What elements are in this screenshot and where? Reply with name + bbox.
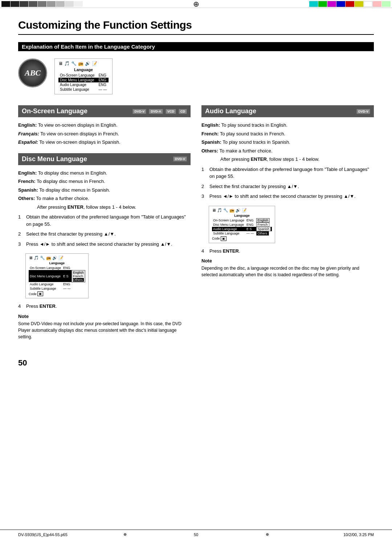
disc-menu-note-text: Some DVD-Video may not include your pre-… [18,320,191,340]
disc-menu-step3: 3 Press ◄/► to shift and select the seco… [18,241,191,248]
bar-cyan [309,1,318,7]
audio-sub-row-discmenu: Disc Menu Language ENG French [212,222,272,227]
disc-menu-badges: DVD-V [172,156,187,162]
page-number: 50 [18,358,374,368]
badge-dvdv3: DVD-V [356,109,370,114]
audio-note: Note Depending on the disc, a language r… [201,258,374,278]
bar-red [346,1,354,7]
badge-dvdv2: DVD-V [173,156,187,162]
on-screen-language-label: On-Screen Language [22,107,87,115]
disc-menu-others: Others: To make a further choice. [18,195,191,202]
menu-icons: 🖥 🎵 🔧 📻 🔊 📝 [58,61,109,66]
badge-vcd: VCD [166,109,176,114]
icon-sound: 🔊 [85,61,90,66]
audio-step2: 2 Select the first character by pressing… [201,183,374,190]
menu-screenshot: 🖥 🎵 🔧 📻 🔊 📝 Language On-Screen Language … [54,58,113,94]
audio-language-section: Audio Language DVD-V English: To play so… [201,105,374,278]
disc-menu-english: English: To display disc menus in Englis… [18,170,191,177]
audio-step1: 1 Obtain the abbreviation of the preferr… [201,166,374,180]
disc-menu-step4: 4 Press ENTER. [18,303,191,310]
disc-menu-step2: 2 Select the first character by pressing… [18,230,191,238]
disc-menu-language-label: Disc Menu Language [22,155,87,163]
audio-french: French: To play sound tracks in French. [201,130,374,138]
menu-title: Language [58,68,109,72]
disc-menu-step1: 1 Obtain the abbreviation of the preferr… [18,213,191,228]
audio-sub-screenshot: 🖥 🎵 🔧 📻 🔊 📝 Language On-Screen Language … [209,206,275,243]
audio-sub-row-audio: Audio Language E S Spanish [212,227,272,231]
badge-cd: CD [179,109,187,114]
audio-note-text: Depending on the disc, a language record… [201,265,374,278]
sub-row-discmenu: Disc Menu Language E S English French Ot… [29,270,85,282]
audio-step3: 3 Press ◄/► to shift and select the seco… [201,193,374,200]
audio-spanish: Spanish: To play sound tracks in Spanish… [201,139,374,146]
bar-green [318,1,327,7]
audio-english: English: To play sound tracks in English… [201,122,374,129]
bar-gray5 [65,1,74,7]
menu-row-onscreen: On-Screen Language ENG [58,73,109,78]
menu-row-subtitle: Subtitle Language — — [58,87,109,92]
disc-menu-note-title: Note [18,314,191,319]
title-rule [18,34,374,35]
bar-dark1 [11,1,19,7]
bar-pink [373,1,381,7]
audio-code-row: Code ▣ [212,236,272,241]
bar-gray4 [56,1,65,7]
audio-sub-table: On-Screen Language ENG English Disc Menu… [212,218,272,236]
left-column: On-Screen Language DVD-V DVD-A VCD CD En… [18,105,191,347]
bottom-center-crosshair: ⊕ [89,532,160,537]
intro-area: ABC 🖥 🎵 🔧 📻 🔊 📝 Language On-Screen Langu… [18,58,374,94]
icon-radio: 📻 [78,61,83,66]
sub-row-onscreen: On-Screen Language ENG [29,266,85,270]
bar-dark2 [20,1,28,7]
icon-subtitle: 📝 [92,61,97,66]
bottom-bar: DV-S939(US_E)p44-55.p65 ⊕ 50 ⊕ 10/2/00, … [0,530,392,539]
bar-blue [336,1,345,7]
disc-menu-language-section: Disc Menu Language DVD-V English: To dis… [18,153,191,340]
on-screen-espanol: Español: To view on-screen displays in S… [18,139,191,146]
menu-row-discmenu: Disc Menu Language ENG [58,78,109,82]
bar-white [74,1,83,7]
on-screen-badges: DVD-V DVD-A VCD CD [131,109,187,114]
menu-row-audio: Audio Language ENG [58,82,109,87]
on-screen-language-title-bar: On-Screen Language DVD-V DVD-A VCD CD [18,105,191,117]
on-screen-francais: Français: To view on-screen displays in … [18,130,191,138]
audio-step4: 4 Press ENTER. [201,248,374,255]
audio-after-enter: After pressing ENTER, follow steps 1 - 4… [201,156,374,163]
icon-settings: 🔧 [71,61,77,66]
bar-black [1,1,10,7]
sub-row-subtitle: Subtitle Language — — [29,286,85,291]
audio-sub-row-subtitle: Subtitle Language — — Others [212,231,272,236]
bottom-center-cross2: ⊕ [232,532,303,537]
page-title: Customizing the Function Settings [18,19,374,31]
badge-dvda: DVD-A [149,109,163,114]
disc-menu-french: French: To display disc menus in French. [18,178,191,185]
bar-gray2 [38,1,46,7]
bottom-left-text: DV-S939(US_E)p44-55.p65 [18,532,89,537]
two-column-layout: On-Screen Language DVD-V DVD-A VCD CD En… [18,105,374,347]
bar-gray1 [29,1,37,7]
disc-menu-spanish: Spanish: To display disc menus in Spanis… [18,187,191,194]
sub-icons: 🖥 🎵 🔧 📻 🔊 📝 [29,256,85,260]
menu-table: On-Screen Language ENG Disc Menu Languag… [58,73,109,92]
audio-steps: 1 Obtain the abbreviation of the preferr… [201,166,374,200]
right-column: Audio Language DVD-V English: To play so… [201,105,374,347]
bar-lightgreen [382,1,391,7]
on-screen-language-section: On-Screen Language DVD-V DVD-A VCD CD En… [18,105,191,146]
sub-code-row: Code ▣ [29,291,85,296]
audio-note-title: Note [201,258,374,264]
disc-menu-language-title-bar: Disc Menu Language DVD-V [18,153,191,165]
badge-dvdv: DVD-V [132,109,146,114]
disc-menu-sub-screenshot: 🖥 🎵 🔧 📻 🔊 📝 Language On-Screen Language … [25,253,89,298]
sub-row-audio: Audio Language ENG [29,282,85,286]
bar-gray3 [47,1,56,7]
bar-yellow [355,1,363,7]
top-crosshair: ⊕ [84,0,308,8]
audio-language-title-bar: Audio Language DVD-V [201,105,374,117]
audio-others: Others: To make a further choice. [201,147,374,155]
section-header: Explanation of Each Item in the Language… [18,42,374,51]
disc-menu-note: Note Some DVD-Video may not include your… [18,314,191,340]
bar-white2 [364,1,372,7]
audio-badges: DVD-V [355,109,370,114]
disc-menu-after-enter: After pressing ENTER, follow steps 1 - 4… [18,204,191,211]
sub-menu-title: Language [29,261,85,265]
